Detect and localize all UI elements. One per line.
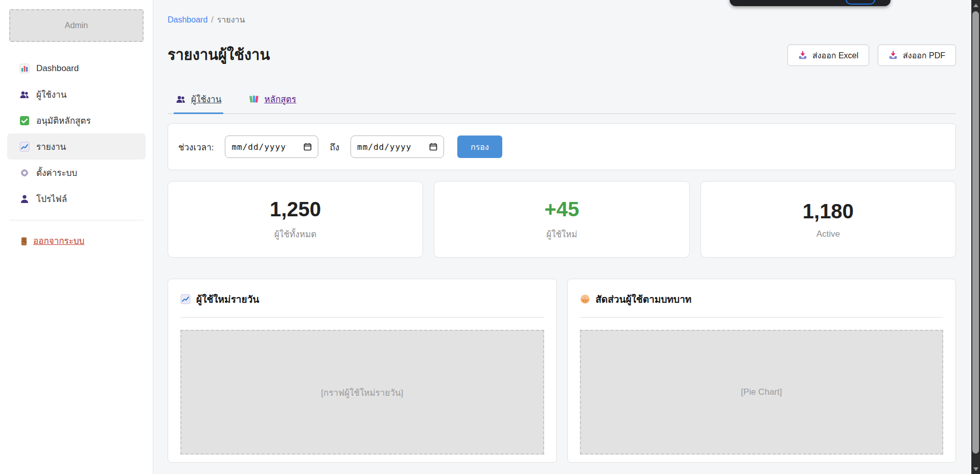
stat-card-total-users: 1,250 ผู้ใช้ทั้งหมด — [168, 181, 423, 258]
stat-card-active-users: 1,180 Active — [701, 181, 956, 258]
breadcrumb-home-link[interactable]: Dashboard — [168, 15, 207, 24]
pie-icon — [580, 294, 590, 304]
date-from-input[interactable]: mm/dd/yyyy — [225, 136, 318, 158]
tab-bar: ผู้ใช้งาน หลักสูตร — [168, 90, 956, 114]
door-icon — [19, 237, 29, 246]
stat-label: ผู้ใช้ทั้งหมด — [274, 227, 317, 241]
calendar-icon[interactable] — [304, 143, 312, 151]
download-icon — [889, 51, 898, 60]
sidebar-item-label: Dashboard — [36, 63, 79, 74]
check-icon — [19, 116, 30, 126]
toast-action-button[interactable] — [846, 0, 875, 5]
filter-button[interactable]: กรอง — [457, 136, 502, 158]
export-pdf-label: ส่งออก PDF — [903, 49, 945, 62]
admin-brand-box: Admin — [9, 9, 144, 42]
sidebar-item-label: โปรไฟล์ — [36, 192, 67, 206]
bar-chart-icon — [19, 63, 30, 74]
sidebar-item-settings[interactable]: ตั้งค่าระบบ — [7, 160, 146, 186]
stat-value: 1,180 — [803, 200, 854, 223]
charts-row: ผู้ใช้ใหม่รายวัน [กราฟผู้ใช้ใหม่รายวัน] … — [168, 279, 956, 463]
chart-card-users-by-role: สัดส่วนผู้ใช้ตามบทบาท [Pie Chart] — [567, 279, 956, 463]
export-buttons: ส่งออก Excel ส่งออก PDF — [787, 44, 956, 66]
sidebar-item-dashboard[interactable]: Dashboard — [7, 55, 146, 81]
scrollbar[interactable] — [971, 0, 980, 474]
calendar-icon[interactable] — [429, 143, 437, 151]
users-icon — [176, 94, 186, 104]
date-to-value: mm/dd/yyyy — [357, 142, 411, 152]
to-label: ถึง — [330, 140, 339, 154]
export-excel-button[interactable]: ส่งออก Excel — [787, 44, 869, 66]
scrollbar-thumb[interactable] — [972, 11, 979, 454]
stat-label: Active — [816, 229, 840, 239]
scroll-up-button[interactable] — [971, 0, 980, 10]
tab-courses-label: หลักสูตร — [264, 92, 296, 106]
sidebar-item-users[interactable]: ผู้ใช้งาน — [7, 81, 146, 107]
date-range-label: ช่วงเวลา: — [178, 140, 214, 154]
filter-panel: ช่วงเวลา: mm/dd/yyyy ถึง mm/dd/yyyy กรอง — [168, 123, 956, 170]
date-to-input[interactable]: mm/dd/yyyy — [351, 136, 444, 158]
stat-value: +45 — [545, 198, 579, 221]
stat-value: 1,250 — [270, 198, 321, 221]
books-icon — [249, 94, 259, 104]
sidebar: Admin Dashboard ผู้ใช้งาน อนุมัติหลักสูต… — [0, 0, 153, 474]
tab-courses[interactable]: หลักสูตร — [247, 90, 298, 114]
export-excel-label: ส่งออก Excel — [812, 49, 858, 62]
breadcrumb-separator: / — [211, 15, 213, 24]
tab-users[interactable]: ผู้ใช้งาน — [174, 90, 223, 114]
sidebar-item-label: รายงาน — [36, 140, 66, 153]
breadcrumb-current: รายงาน — [217, 15, 245, 24]
line-chart-icon — [180, 294, 191, 304]
sidebar-item-label: ผู้ใช้งาน — [36, 87, 66, 101]
chart-title: ผู้ใช้ใหม่รายวัน — [196, 291, 259, 307]
chart-card-daily-new-users: ผู้ใช้ใหม่รายวัน [กราฟผู้ใช้ใหม่รายวัน] — [168, 279, 557, 463]
pie-chart-placeholder: [Pie Chart] — [580, 330, 944, 455]
download-icon — [798, 51, 807, 60]
sidebar-item-reports[interactable]: รายงาน — [7, 133, 146, 160]
date-from-value: mm/dd/yyyy — [231, 142, 286, 152]
sidebar-item-label: ตั้งค่าระบบ — [36, 166, 77, 179]
line-chart-icon — [19, 142, 30, 152]
browser-toast — [730, 0, 891, 6]
sidebar-item-profile[interactable]: โปรไฟล์ — [7, 186, 146, 212]
chart-header: ผู้ใช้ใหม่รายวัน — [180, 291, 544, 318]
placeholder-text: [กราฟผู้ใช้ใหม่รายวัน] — [321, 386, 403, 399]
stats-row: 1,250 ผู้ใช้ทั้งหมด +45 ผู้ใช้ใหม่ 1,180… — [168, 181, 956, 258]
stat-label: ผู้ใช้ใหม่ — [546, 227, 577, 241]
export-pdf-button[interactable]: ส่งออก PDF — [878, 44, 956, 66]
stat-card-new-users: +45 ผู้ใช้ใหม่ — [434, 181, 689, 258]
placeholder-text: [Pie Chart] — [741, 387, 782, 397]
main-content: Dashboard/รายงาน รายงานผู้ใช้งาน ส่งออก … — [153, 0, 971, 463]
logout-label: ออกจากระบบ — [33, 236, 84, 246]
scroll-down-button[interactable] — [971, 464, 980, 474]
scroll-down-icon — [973, 467, 978, 471]
chart-title: สัดส่วนผู้ใช้ตามบทบาท — [596, 291, 692, 307]
scroll-up-icon — [973, 4, 978, 7]
logout-link[interactable]: ออกจากระบบ — [19, 236, 84, 246]
sidebar-item-approve-courses[interactable]: อนุมัติหลักสูตร — [7, 107, 146, 133]
person-icon — [19, 194, 30, 204]
sidebar-item-label: อนุมัติหลักสูตร — [36, 114, 91, 127]
chart-header: สัดส่วนผู้ใช้ตามบทบาท — [580, 291, 944, 318]
line-chart-placeholder: [กราฟผู้ใช้ใหม่รายวัน] — [180, 330, 544, 455]
admin-brand-label: Admin — [65, 21, 88, 30]
users-icon — [19, 89, 30, 100]
sidebar-menu: Dashboard ผู้ใช้งาน อนุมัติหลักสูตร รายง… — [0, 55, 153, 212]
gear-icon — [19, 168, 30, 178]
tab-users-label: ผู้ใช้งาน — [191, 92, 221, 106]
